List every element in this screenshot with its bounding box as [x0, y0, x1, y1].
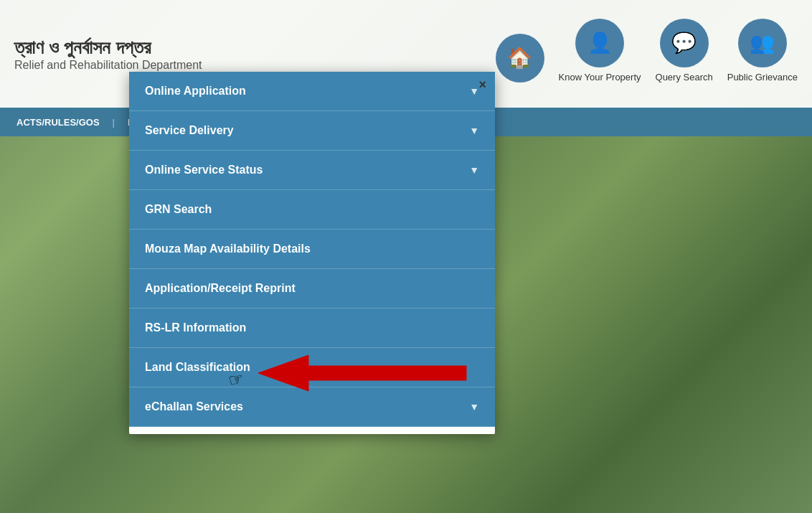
chevron-down-icon: ▼ — [469, 125, 479, 136]
public-grievance-nav[interactable]: 👥 Public Grievance — [727, 19, 798, 83]
logo: ত্রাণ ও পুনর্বাসন দপ্তর Relief and Rehab… — [14, 37, 202, 72]
nav-acts[interactable]: ACTS/RULES/GOS — [11, 117, 105, 128]
grn-search-label: GRN Search — [145, 203, 212, 216]
menu-rs-lr-information[interactable]: RS-LR Information — [129, 309, 495, 348]
application-reprint-label: Application/Receipt Reprint — [145, 282, 296, 295]
home-circle-icon: 🏠 — [496, 34, 544, 83]
online-application-label: Online Application — [145, 85, 246, 98]
public-grievance-label: Public Grievance — [727, 72, 798, 83]
know-property-label: Know Your Property — [559, 72, 641, 83]
online-service-status-label: Online Service Status — [145, 164, 263, 177]
chevron-down-icon: ▼ — [469, 401, 479, 413]
modal: × Online Application ▼ Service Delivery … — [129, 72, 495, 434]
close-button[interactable]: × — [478, 77, 486, 93]
eng-title: Relief and Rehabilitation Department — [14, 59, 202, 72]
query-search-nav[interactable]: 💬 Query Search — [656, 19, 713, 83]
menu-mouza-map[interactable]: Mouza Map Availability Details — [129, 230, 495, 269]
know-property-circle-icon: 👤 — [575, 19, 624, 67]
bangla-title: ত্রাণ ও পুনর্বাসন দপ্তর — [14, 37, 202, 59]
public-grievance-circle-icon: 👥 — [738, 19, 787, 67]
query-search-circle-icon: 💬 — [660, 19, 709, 67]
service-delivery-label: Service Delivery — [145, 124, 234, 137]
query-search-label: Query Search — [656, 72, 713, 83]
menu-online-service-status[interactable]: Online Service Status ▼ — [129, 151, 495, 190]
mouza-map-label: Mouza Map Availability Details — [145, 243, 311, 255]
home-nav[interactable]: 🏠 — [496, 34, 544, 83]
echallan-services-label: eChallan Services — [145, 400, 243, 413]
menu-service-delivery[interactable]: Service Delivery ▼ — [129, 111, 495, 151]
chevron-down-icon: ▼ — [469, 85, 479, 97]
menu-grn-search[interactable]: GRN Search — [129, 190, 495, 230]
menu-application-reprint[interactable]: Application/Receipt Reprint — [129, 269, 495, 309]
menu-land-classification[interactable]: Land Classification — [129, 348, 495, 387]
rs-lr-information-label: RS-LR Information — [145, 321, 246, 334]
land-classification-label: Land Classification — [145, 361, 250, 374]
know-property-nav[interactable]: 👤 Know Your Property — [559, 19, 641, 83]
menu-online-application[interactable]: Online Application ▼ — [129, 72, 495, 111]
chevron-down-icon: ▼ — [469, 164, 479, 176]
menu-echallan-services[interactable]: eChallan Services ▼ — [129, 387, 495, 427]
header-icons: 🏠 👤 Know Your Property 💬 Query Search 👥 … — [496, 19, 798, 90]
